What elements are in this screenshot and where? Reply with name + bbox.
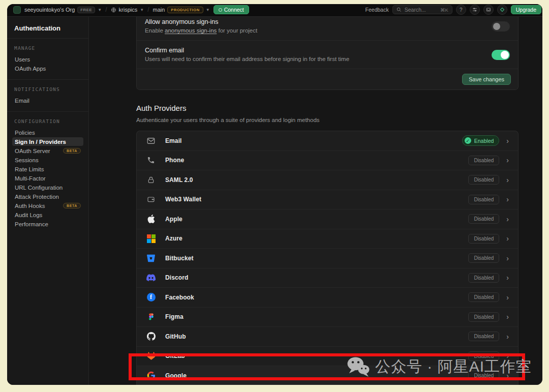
sidebar-item-url-configuration[interactable]: URL Configuration	[12, 183, 83, 192]
preferences-button[interactable]	[470, 5, 480, 15]
auth-providers-heading: Auth Providers	[136, 104, 518, 112]
sidebar-section: CONFIGURATIONPoliciesSign In / Providers…	[7, 111, 88, 235]
sidebar-section: NOTIFICATIONSEmail	[7, 79, 88, 111]
provider-name: Email	[165, 137, 182, 144]
notifications-button[interactable]	[483, 5, 494, 15]
setting-row-anonymous: Allow anonymous sign-ins Enable anonymou…	[137, 17, 518, 41]
provider-name: Figma	[165, 313, 184, 320]
top-navigation-bar: seeyouintokyo's Org FREE ▼ / krispics ▼ …	[7, 4, 542, 17]
breadcrumb: seeyouintokyo's Org FREE ▼ / krispics ▼ …	[13, 5, 249, 14]
sidebar-item-users[interactable]: Users	[12, 55, 83, 64]
chevron-down-icon: ▼	[140, 8, 144, 12]
sidebar-item-sessions[interactable]: Sessions	[12, 156, 83, 164]
sidebar-item-oauth-server[interactable]: OAuth ServerBETA	[12, 146, 83, 155]
provider-row-bitbucket[interactable]: BitbucketDisabled›	[137, 249, 518, 268]
provider-name: Web3 Wallet	[165, 196, 201, 203]
facebook-icon: f	[146, 292, 156, 303]
sidebar-section-label: MANAGE	[12, 45, 83, 55]
email-icon	[146, 136, 156, 146]
sidebar-item-label: Users	[15, 56, 30, 63]
upgrade-button[interactable]: Upgrade	[511, 5, 541, 14]
status-badge-disabled: Disabled	[468, 214, 499, 224]
save-changes-button[interactable]: Save changes	[462, 74, 511, 85]
chevron-right-icon: ›	[506, 352, 509, 359]
setting-row-confirm-email: Confirm email Users will need to confirm…	[137, 41, 518, 69]
provider-name: GitLab	[165, 352, 185, 359]
provider-row-github[interactable]: GitHubDisabled›	[137, 327, 518, 347]
topbar-actions: Feedback Search... ⌘K ? Upgrade	[365, 5, 537, 15]
sidebar-item-audit-logs[interactable]: Audit Logs	[12, 210, 83, 219]
sidebar-item-email[interactable]: Email	[12, 96, 83, 105]
provider-name: Phone	[165, 157, 184, 164]
feedback-button[interactable]: Feedback	[365, 7, 389, 13]
project-switcher[interactable]: krispics ▼	[111, 7, 144, 13]
status-badge-disabled: Disabled	[468, 234, 499, 244]
branch-switcher[interactable]: main PRODUCTION ▼	[152, 7, 209, 13]
help-icon: ?	[460, 7, 463, 13]
sidebar-item-attack-protection[interactable]: Attack Protection	[12, 192, 83, 201]
azure-icon	[146, 233, 156, 244]
sidebar-item-policies[interactable]: Policies	[12, 128, 83, 137]
confirm-email-toggle[interactable]	[492, 50, 510, 60]
figma-icon	[146, 312, 156, 322]
provider-row-gitlab[interactable]: GitLabDisabled›	[137, 347, 518, 367]
provider-row-azure[interactable]: AzureDisabled›	[137, 229, 518, 249]
sidebar-item-label: Email	[15, 98, 29, 104]
anonymous-signins-toggle[interactable]	[492, 21, 510, 32]
provider-row-web3-wallet[interactable]: Web3 WalletDisabled›	[137, 190, 518, 210]
email-settings-card: Allow anonymous sign-ins Enable anonymou…	[136, 17, 518, 90]
sidebar-item-sign-in-providers[interactable]: Sign In / Providers	[12, 137, 83, 146]
sidebar-item-label: URL Configuration	[15, 185, 63, 191]
bitbucket-icon	[146, 253, 156, 263]
apple-icon	[146, 214, 156, 224]
command-menu-button[interactable]	[497, 5, 507, 15]
status-label: Enabled	[474, 138, 494, 144]
provider-row-figma[interactable]: FigmaDisabled›	[137, 308, 518, 327]
status-badge-enabled: ✓Enabled	[462, 135, 500, 146]
sidebar-item-performance[interactable]: Performance	[12, 220, 83, 228]
org-switcher[interactable]: seeyouintokyo's Org FREE ▼	[24, 7, 102, 13]
sidebar-item-auth-hooks[interactable]: Auth HooksBETA	[12, 201, 83, 210]
gitlab-icon	[146, 351, 156, 361]
status-badge-disabled: Disabled	[468, 351, 499, 361]
provider-row-email[interactable]: Email✓Enabled›	[137, 131, 518, 151]
chevron-right-icon: ›	[506, 235, 509, 242]
provider-row-apple[interactable]: AppleDisabled›	[137, 209, 518, 229]
chevron-right-icon: ›	[506, 274, 509, 281]
phone-icon	[146, 155, 156, 165]
status-badge-disabled: Disabled	[468, 273, 499, 283]
chevron-right-icon: ›	[506, 333, 509, 340]
chevron-right-icon: ›	[506, 216, 509, 223]
branch-name: main	[152, 7, 165, 13]
sidebar-title: Authentication	[7, 17, 88, 38]
main-panel: Allow anonymous sign-ins Enable anonymou…	[89, 17, 542, 385]
sidebar-item-label: OAuth Apps	[15, 66, 46, 72]
beta-badge: BETA	[63, 203, 81, 208]
github-icon	[146, 331, 156, 342]
sidebar-item-oauth-apps[interactable]: OAuth Apps	[12, 64, 83, 73]
plug-icon	[219, 8, 222, 12]
sidebar-item-label: Performance	[15, 221, 48, 227]
connect-button[interactable]: Connect	[214, 5, 249, 14]
sidebar-item-multi-factor[interactable]: Multi-Factor	[12, 174, 83, 183]
sidebar-sections: MANAGEUsersOAuth AppsNOTIFICATIONSEmailC…	[7, 38, 88, 235]
content-column: Allow anonymous sign-ins Enable anonymou…	[136, 17, 518, 385]
setting-description: Enable anonymous sign-ins for your proje…	[145, 27, 510, 34]
provider-row-discord[interactable]: DiscordDisabled›	[137, 268, 518, 288]
search-input[interactable]: Search... ⌘K	[392, 5, 452, 14]
chevron-down-icon: ▼	[98, 8, 102, 12]
sidebar: Authentication MANAGEUsersOAuth AppsNOTI…	[7, 17, 89, 385]
status-badge-disabled: Disabled	[468, 156, 499, 165]
provider-row-saml-2-0[interactable]: SAML 2.0Disabled›	[137, 170, 518, 190]
setting-title: Confirm email	[145, 47, 510, 54]
sidebar-item-rate-limits[interactable]: Rate Limits	[12, 165, 83, 173]
provider-row-google[interactable]: GoogleDisabled›	[137, 366, 518, 385]
beta-badge: BETA	[63, 148, 81, 154]
provider-row-facebook[interactable]: fFacebookDisabled›	[137, 288, 518, 308]
anonymous-signins-link[interactable]: anonymous sign-ins	[165, 27, 217, 34]
help-button[interactable]: ?	[456, 5, 466, 15]
check-icon: ✓	[465, 137, 471, 144]
toggle-knob	[493, 23, 500, 30]
provider-row-phone[interactable]: PhoneDisabled›	[137, 151, 518, 171]
chevron-right-icon: ›	[506, 372, 509, 379]
